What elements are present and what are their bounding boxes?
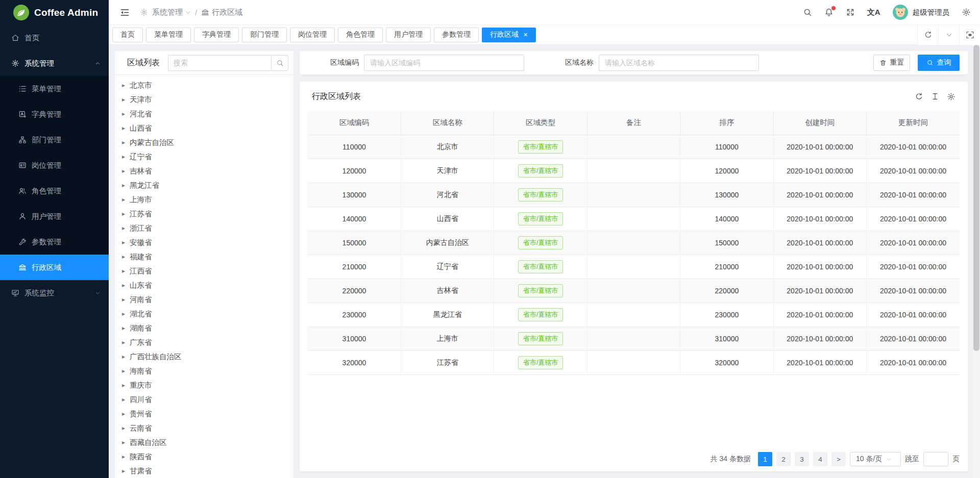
settings-gear-icon[interactable]	[962, 8, 971, 17]
column-settings-gear-icon[interactable]	[947, 92, 955, 101]
name-input[interactable]	[599, 55, 759, 71]
translate-icon[interactable]: 文A	[867, 8, 880, 17]
user-menu[interactable]: 超级管理员	[893, 5, 950, 20]
next-page-button[interactable]: >	[831, 452, 846, 466]
row-height-icon[interactable]	[931, 92, 939, 101]
cell-created-time: 2020-10-01 00:00:00	[773, 183, 866, 207]
tree-node[interactable]: 内蒙古自治区	[122, 135, 293, 149]
tree-node[interactable]: 江苏省	[122, 207, 293, 221]
page-tab[interactable]: 岗位管理	[290, 28, 335, 42]
chevron-down-icon[interactable]	[938, 25, 959, 45]
tree-node[interactable]: 江西省	[122, 264, 293, 278]
cell-updated-time: 2020-10-01 00:00:00	[867, 350, 960, 374]
page-tab[interactable]: 行政区域	[482, 28, 536, 42]
page-tab[interactable]: 角色管理	[338, 28, 383, 42]
sidebar-item-role-mgmt[interactable]: 角色管理	[0, 178, 109, 204]
breadcrumb-group[interactable]: 系统管理	[152, 8, 191, 17]
refresh-icon[interactable]	[917, 25, 938, 45]
sidebar-item-dict-mgmt[interactable]: 字典管理	[0, 102, 109, 127]
page-button[interactable]: 3	[795, 452, 809, 466]
region-type-tag: 省市/直辖市	[518, 260, 564, 273]
sidebar-item-system[interactable]: 系统管理	[0, 51, 109, 76]
gear-icon	[11, 59, 19, 67]
search-icon[interactable]	[803, 8, 812, 17]
cell-region-name: 吉林省	[401, 279, 494, 303]
tree-node[interactable]: 福建省	[122, 249, 293, 264]
tree-node[interactable]: 湖北省	[122, 307, 293, 321]
tree-node[interactable]: 贵州省	[122, 407, 293, 421]
sidebar-item-home[interactable]: 首页	[0, 25, 109, 51]
tree-node[interactable]: 河南省	[122, 292, 293, 307]
tree-node[interactable]: 海南省	[122, 364, 293, 378]
page-button[interactable]: 2	[776, 452, 791, 466]
cell-sort: 140000	[680, 207, 773, 231]
table-header-cell: 备注	[587, 111, 680, 135]
maximize-icon[interactable]	[959, 25, 980, 45]
sidebar-item-post-mgmt[interactable]: 岗位管理	[0, 153, 109, 178]
page-button[interactable]: 1	[758, 452, 772, 466]
tab-close-icon[interactable]	[523, 32, 528, 38]
cell-region-code: 320000	[308, 350, 401, 374]
sidebar-item-user-mgmt[interactable]: 用户管理	[0, 204, 109, 229]
query-button[interactable]: 查询	[918, 55, 960, 71]
page-tab[interactable]: 首页	[112, 28, 143, 42]
page-tab[interactable]: 部门管理	[242, 28, 287, 42]
tree-node[interactable]: 湖南省	[122, 321, 293, 335]
reset-button[interactable]: 重置	[873, 55, 910, 71]
sidebar-item-menu-mgmt[interactable]: 菜单管理	[0, 76, 109, 102]
region-type-tag: 省市/直辖市	[518, 164, 564, 178]
table-row: 140000 山西省 省市/直辖市 140000 2020-10-01 00:0…	[308, 207, 960, 231]
tree-node[interactable]: 浙江省	[122, 221, 293, 235]
page-tab[interactable]: 字典管理	[194, 28, 239, 42]
tree-node[interactable]: 北京市	[122, 78, 293, 92]
tree-node[interactable]: 重庆市	[122, 378, 293, 392]
tree-search-input[interactable]	[168, 55, 271, 71]
refresh-icon[interactable]	[915, 92, 923, 101]
tree-node[interactable]: 云南省	[122, 421, 293, 435]
tree-node[interactable]: 辽宁省	[122, 149, 293, 164]
tree-node[interactable]: 广西壮族自治区	[122, 349, 293, 364]
tree-node[interactable]: 甘肃省	[122, 464, 293, 478]
page-tabbar: 首页 菜单管理 字典管理 部门管理 岗位管理 角色管理 用户管理	[109, 25, 980, 45]
tree-node[interactable]: 陕西省	[122, 449, 293, 464]
tree-node[interactable]: 山西省	[122, 121, 293, 135]
fullscreen-icon[interactable]	[846, 8, 855, 17]
page-size-select[interactable]: 10 条/页	[850, 452, 901, 466]
cell-region-type: 省市/直辖市	[494, 326, 587, 350]
more-actions-icon[interactable]: ⋮	[293, 58, 293, 68]
tree-node[interactable]: 河北省	[122, 107, 293, 121]
table-title: 行政区域列表	[312, 91, 361, 102]
code-input[interactable]	[364, 55, 524, 71]
page-tab[interactable]: 参数管理	[434, 28, 479, 42]
table-body: 110000 北京市 省市/直辖市 110000 2020-10-01 00:0…	[308, 135, 960, 374]
tree-node[interactable]: 西藏自治区	[122, 435, 293, 449]
tree-node[interactable]: 黑龙江省	[122, 178, 293, 192]
cell-remark	[587, 303, 680, 326]
cell-remark	[587, 350, 680, 374]
tree-node[interactable]: 天津市	[122, 92, 293, 107]
sidebar-item-region[interactable]: 行政区域	[0, 255, 109, 280]
tree-node[interactable]: 安徽省	[122, 235, 293, 249]
page-tab[interactable]: 用户管理	[386, 28, 431, 42]
cell-region-type: 省市/直辖市	[494, 350, 587, 374]
cell-sort: 220000	[680, 279, 773, 303]
code-label: 区域编码	[330, 58, 359, 67]
tree-search-button[interactable]	[271, 55, 288, 71]
bell-icon[interactable]	[824, 8, 834, 17]
sidebar-item-param-mgmt[interactable]: 参数管理	[0, 229, 109, 255]
page-button[interactable]: 4	[813, 452, 827, 466]
tree-node[interactable]: 广东省	[122, 335, 293, 349]
tree-node[interactable]: 吉林省	[122, 164, 293, 178]
sidebar-item-monitor[interactable]: 系统监控	[0, 280, 109, 306]
page-tab[interactable]: 菜单管理	[146, 28, 191, 42]
jump-page-input[interactable]	[923, 452, 948, 466]
wrench-icon	[18, 238, 27, 246]
menu-fold-icon[interactable]	[120, 8, 130, 17]
cell-updated-time: 2020-10-01 00:00:00	[867, 231, 960, 255]
tree-node[interactable]: 上海市	[122, 192, 293, 207]
cell-region-name: 辽宁省	[401, 255, 494, 279]
tree-node[interactable]: 山东省	[122, 278, 293, 292]
sidebar-item-dept-mgmt[interactable]: 部门管理	[0, 127, 109, 153]
tree-node[interactable]: 四川省	[122, 392, 293, 407]
scrollbar-thumb[interactable]	[973, 45, 979, 351]
